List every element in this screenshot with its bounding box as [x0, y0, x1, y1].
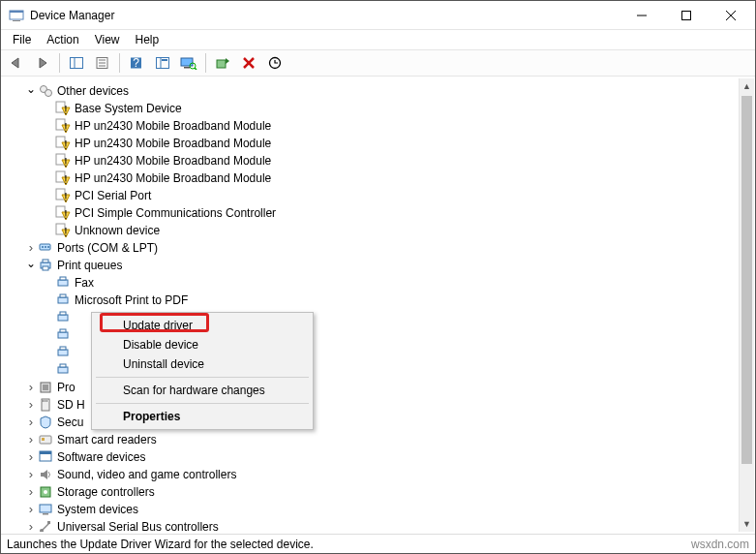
tree-node-pci-serial[interactable]: !PCI Serial Port — [1, 187, 755, 204]
context-menu: Update driver Disable device Uninstall d… — [91, 312, 314, 430]
menu-help[interactable]: Help — [128, 31, 167, 48]
close-button[interactable] — [709, 1, 753, 30]
tree-node-hp-broadband[interactable]: !HP un2430 Mobile Broadband Module — [1, 135, 755, 152]
chevron-right-icon[interactable] — [24, 503, 38, 517]
context-properties[interactable]: Properties — [94, 407, 311, 426]
tree-label: Universal Serial Bus controllers — [57, 520, 219, 532]
tree-node-base-system[interactable]: ! Base System Device — [1, 100, 755, 117]
printer-icon — [55, 345, 71, 360]
tree-label: Software devices — [57, 450, 145, 464]
svg-rect-54 — [60, 294, 66, 297]
tree-node-software[interactable]: Software devices — [1, 448, 755, 466]
tree-node-usb[interactable]: Universal Serial Bus controllers — [1, 518, 755, 532]
tree-node-print-queues[interactable]: Print queues — [1, 257, 755, 274]
menu-file[interactable]: File — [5, 31, 39, 48]
status-bar: Launches the Update Driver Wizard for th… — [1, 534, 755, 553]
tree-node-sound[interactable]: Sound, video and game controllers — [1, 466, 755, 483]
chevron-right-icon[interactable] — [24, 468, 38, 482]
tree-node-unknown[interactable]: !Unknown device — [1, 222, 755, 239]
show-hide-tree-button[interactable] — [65, 51, 88, 75]
svg-rect-51 — [58, 280, 68, 286]
tree-node-storage[interactable]: Storage controllers — [1, 483, 755, 501]
tree-node-hp-broadband[interactable]: !HP un2430 Mobile Broadband Module — [1, 117, 755, 135]
tree-label: HP un2430 Mobile Broadband Module — [75, 137, 271, 150]
maximize-button[interactable] — [664, 1, 709, 30]
tree-label: SD H — [57, 398, 85, 412]
other-devices-icon — [38, 83, 53, 99]
tree-label: Ports (COM & LPT) — [57, 241, 158, 255]
vertical-scrollbar[interactable]: ▲ ▼ — [739, 78, 754, 532]
warning-device-icon: ! — [55, 170, 71, 186]
tree-node-hp-broadband[interactable]: !HP un2430 Mobile Broadband Module — [1, 169, 755, 187]
svg-rect-1 — [10, 11, 23, 13]
disable-button[interactable] — [263, 51, 287, 75]
help-button[interactable]: ? — [125, 51, 148, 75]
tree-label: HP un2430 Mobile Broadband Module — [75, 154, 271, 168]
svg-rect-61 — [58, 367, 68, 373]
uninstall-button[interactable] — [237, 51, 260, 75]
chevron-right-icon[interactable] — [24, 485, 38, 500]
svg-rect-18 — [181, 58, 193, 66]
chevron-right-icon[interactable] — [24, 520, 38, 533]
svg-line-21 — [195, 68, 197, 70]
svg-text:!: ! — [64, 156, 67, 169]
context-scan-hardware[interactable]: Scan for hardware changes — [94, 381, 311, 400]
context-update-driver[interactable]: Update driver — [94, 316, 311, 335]
device-tree[interactable]: Other devices ! Base System Device !HP u… — [1, 78, 755, 532]
svg-rect-70 — [42, 438, 45, 441]
chevron-right-icon[interactable] — [24, 433, 38, 447]
warning-device-icon: ! — [55, 223, 71, 238]
tree-label: Other devices — [57, 84, 129, 98]
warning-device-icon: ! — [55, 205, 71, 221]
svg-text:?: ? — [133, 56, 139, 70]
tree-node-smartcard[interactable]: Smart card readers — [1, 431, 755, 448]
warning-device-icon: ! — [55, 118, 71, 134]
title-bar: Device Manager — [1, 1, 755, 30]
chevron-right-icon[interactable] — [24, 381, 38, 395]
svg-rect-2 — [13, 20, 20, 21]
svg-rect-76 — [43, 513, 48, 515]
sd-icon — [38, 397, 53, 413]
storage-icon — [38, 484, 53, 500]
svg-text:!: ! — [64, 121, 67, 135]
scroll-up-button[interactable]: ▲ — [740, 78, 754, 94]
chevron-down-icon[interactable] — [24, 84, 38, 98]
tree-label: PCI Serial Port — [75, 189, 151, 202]
properties-button[interactable] — [91, 51, 114, 75]
update-driver-button[interactable] — [211, 51, 234, 75]
tree-label: Storage controllers — [57, 485, 155, 499]
svg-rect-62 — [60, 364, 66, 367]
context-uninstall-device[interactable]: Uninstall device — [94, 354, 311, 374]
chevron-right-icon[interactable] — [24, 416, 38, 430]
tree-node-ports[interactable]: Ports (COM & LPT) — [1, 239, 755, 257]
minimize-button[interactable] — [620, 1, 664, 30]
svg-rect-17 — [162, 59, 167, 61]
tree-node-pci-simple[interactable]: !PCI Simple Communications Controller — [1, 204, 755, 222]
tree-node-hp-broadband[interactable]: !HP un2430 Mobile Broadband Module — [1, 152, 755, 169]
tree-node-ms-pdf[interactable]: Microsoft Print to PDF — [1, 292, 755, 309]
back-button[interactable] — [5, 51, 28, 75]
svg-rect-52 — [60, 277, 66, 280]
tree-node-system[interactable]: System devices — [1, 501, 755, 518]
svg-rect-57 — [58, 332, 68, 338]
chevron-down-icon[interactable] — [24, 259, 38, 272]
security-icon — [38, 415, 53, 430]
chevron-right-icon[interactable] — [24, 398, 38, 413]
system-icon — [38, 502, 53, 517]
menu-action[interactable]: Action — [39, 31, 86, 48]
tree-node-fax[interactable]: Fax — [1, 274, 755, 292]
tree-label: Fax — [75, 276, 94, 290]
chevron-right-icon[interactable] — [24, 241, 38, 256]
chevron-right-icon[interactable] — [24, 450, 38, 465]
printer-icon — [55, 362, 71, 378]
scan-hardware-button[interactable] — [177, 51, 200, 75]
menu-view[interactable]: View — [87, 31, 128, 48]
tree-node-other-devices[interactable]: Other devices — [1, 82, 755, 100]
forward-button[interactable] — [31, 51, 54, 75]
scrollbar-thumb[interactable] — [741, 96, 752, 464]
svg-text:!: ! — [64, 208, 67, 222]
action-menu-button[interactable] — [151, 51, 174, 75]
context-disable-device[interactable]: Disable device — [94, 335, 311, 354]
scroll-down-button[interactable]: ▼ — [740, 516, 754, 532]
svg-rect-56 — [60, 312, 66, 315]
